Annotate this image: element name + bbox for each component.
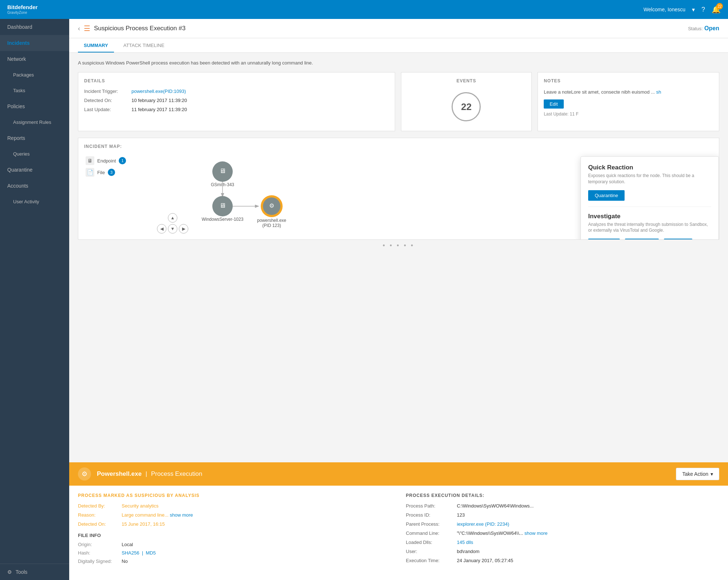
file-row-origin: Origin: Local (78, 542, 391, 547)
status-area: Status: Open (688, 25, 719, 32)
exec-row-user: User: bd\random (406, 549, 720, 554)
panels-row: DETAILS Incident Trigger: powershell.exe… (78, 72, 719, 131)
sidebar-item-quarantine[interactable]: Quarantine (0, 162, 69, 178)
file-value-hash[interactable]: SHA256 | MD5 (122, 550, 156, 556)
divider-1 (588, 207, 711, 207)
file-row-hash: Hash: SHA256 | MD5 (78, 550, 391, 556)
quick-reaction-title: Quick Reaction (588, 164, 711, 171)
threat-icon: ⚙ (78, 467, 91, 481)
proc-label-detected-by: Detected By: (78, 503, 122, 509)
suspicious-section-title: PROCESS MARKED AS SUSPICIOUS BY ANALYSIS (78, 493, 391, 498)
file-label-origin: Origin: (78, 542, 122, 547)
sidebar-item-tasks[interactable]: Tasks (0, 83, 69, 98)
nav-left-button[interactable]: ◀ (157, 224, 166, 234)
top-navigation: Bitdefender GravityZone Welcome, Ionescu… (0, 0, 728, 19)
sidebar-item-network[interactable]: Network (0, 51, 69, 67)
proc-row-detected-by: Detected By: Security analytics (78, 503, 391, 509)
svg-text:🖥: 🖥 (219, 167, 226, 175)
proc-value-reason: Large command line... show more (122, 512, 193, 518)
chevron-down-icon[interactable]: ▾ (692, 6, 695, 13)
quick-reaction-buttons: Quarantine (588, 190, 711, 201)
exec-value-user: bd\random (457, 549, 480, 554)
exec-value-pid: 123 (457, 512, 465, 518)
logo-area: Bitdefender GravityZone (7, 4, 38, 15)
process-details: PROCESS MARKED AS SUSPICIOUS BY ANALYSIS… (69, 486, 728, 580)
notes-show-link[interactable]: sh (656, 89, 661, 95)
threat-title: Powershell.exe | Process Execution (97, 470, 202, 478)
sidebar-item-user-activity[interactable]: User Activity (0, 194, 69, 209)
investigate-title: Investigate (588, 213, 711, 220)
map-legend: 🖥 Endpoint 1 📄 File 3 (86, 156, 126, 177)
sidebar-item-queries[interactable]: Queries (0, 146, 69, 162)
nav-right-button[interactable]: ▶ (179, 224, 188, 234)
exec-label-cmdline: Command Line: (406, 530, 457, 536)
take-action-button[interactable]: Take Action ▾ (676, 468, 719, 480)
page-header-left: ‹ ☰ Suspicious Process Execution #3 (78, 24, 185, 33)
md5-link[interactable]: MD5 (146, 550, 156, 556)
map-navigation: ▲ ◀ ▼ ▶ (157, 213, 188, 234)
exec-value-exectime: 24 January 2017, 05:27:45 (457, 558, 513, 563)
file-value-origin: Local (122, 542, 133, 547)
exec-label-parent: Parent Process: (406, 521, 457, 527)
exec-value-parent[interactable]: iexplorer.exe (PID: 2234) (457, 521, 509, 527)
sidebar-item-incidents[interactable]: Incidents (0, 35, 69, 51)
reason-show-more[interactable]: show more (170, 512, 193, 518)
sha256-link[interactable]: SHA256 (122, 550, 139, 556)
notes-panel-title: NOTES (544, 78, 713, 83)
exec-row-exectime: Execution Time: 24 January 2017, 05:27:4… (406, 558, 720, 563)
file-icon: 📄 (86, 168, 94, 177)
tab-summary[interactable]: SUMMARY (78, 38, 114, 52)
detail-label-lastupdate: Last Update: (84, 107, 131, 112)
legend-file: 📄 File 3 (86, 168, 126, 177)
legend-file-label: File (97, 170, 105, 175)
process-execution-section: PROCESS EXECUTION DETAILS: Process Path:… (406, 493, 720, 573)
cmdline-show-more[interactable]: show more (524, 530, 548, 536)
logo: Bitdefender GravityZone (7, 4, 38, 15)
investigate-section: Investigate Analyzes the threat internal… (588, 213, 711, 240)
tab-attack-timeline[interactable]: ATTACK TIMELINE (118, 38, 170, 52)
sidebar-item-packages[interactable]: Packages (0, 67, 69, 83)
svg-text:WindowsServer-1023: WindowsServer-1023 (202, 217, 244, 222)
quarantine-button[interactable]: Quarantine (588, 190, 625, 201)
exec-label-dlls: Loaded Dlls: (406, 540, 457, 545)
nav-up-button[interactable]: ▲ (168, 213, 177, 223)
exec-label-user: User: (406, 549, 457, 554)
sandbox-button[interactable]: Sandbox (588, 239, 620, 240)
notification-count: 22 (716, 3, 723, 9)
exec-value-cmdline: "\"C:\\Windows\\SysWOW64\\... show more (457, 530, 548, 536)
detail-value-trigger[interactable]: powershell.exe(PID:1093) (131, 89, 186, 94)
file-value-signed: No (122, 559, 128, 564)
proc-row-detected-on: Detected On: 15 June 2017, 16:15 (78, 521, 391, 527)
page-title: Suspicious Process Execution #3 (94, 25, 185, 32)
proc-value-detected-by: Security analytics (122, 503, 158, 509)
quick-reaction-desc: Exposes quick reactions for the node. Th… (588, 173, 711, 185)
svg-text:powershell.exe: powershell.exe (257, 218, 286, 223)
tabs-bar: SUMMARY ATTACK TIMELINE (69, 38, 728, 53)
back-button[interactable]: ‹ (78, 25, 80, 32)
topnav-right: Welcome, Ionescu ▾ ? 🔔 22 (644, 5, 721, 14)
edit-notes-button[interactable]: Edit (544, 99, 563, 109)
sidebar-item-dashboard[interactable]: Dashboard (0, 19, 69, 35)
file-info-title: FILE INFO (78, 533, 391, 538)
proc-label-reason: Reason: (78, 512, 122, 518)
nav-down-button[interactable]: ▼ (168, 224, 177, 234)
file-label-hash: Hash: (78, 550, 122, 556)
sidebar-item-policies[interactable]: Policies (0, 98, 69, 114)
events-panel: EVENTS 22 (401, 72, 532, 131)
legend-endpoint: 🖥 Endpoint 1 (86, 156, 126, 165)
file-info-section: FILE INFO Origin: Local Hash: SHA256 | M… (78, 533, 391, 573)
notification-bell[interactable]: 🔔 22 (712, 5, 721, 14)
google-button[interactable]: Google (664, 239, 692, 240)
process-suspicious-section: PROCESS MARKED AS SUSPICIOUS BY ANALYSIS… (78, 493, 391, 573)
virustotal-button[interactable]: VirusTotal (625, 239, 659, 240)
exec-value-dlls[interactable]: 145 dlls (457, 540, 473, 545)
sidebar-item-reports[interactable]: Reports (0, 130, 69, 146)
sidebar-item-accounts[interactable]: Accounts (0, 178, 69, 194)
status-value: Open (704, 25, 719, 31)
help-icon[interactable]: ? (701, 6, 705, 13)
events-panel-title: EVENTS (456, 78, 476, 83)
sidebar-item-assignment-rules[interactable]: Assignment Rules (0, 114, 69, 130)
file-label-signed: Digitally Signed: (78, 559, 122, 564)
sidebar-item-tools[interactable]: ⚙ Tools (0, 564, 69, 580)
detail-value-lastupdate: 11 february 2017 11:39:20 (131, 107, 187, 112)
